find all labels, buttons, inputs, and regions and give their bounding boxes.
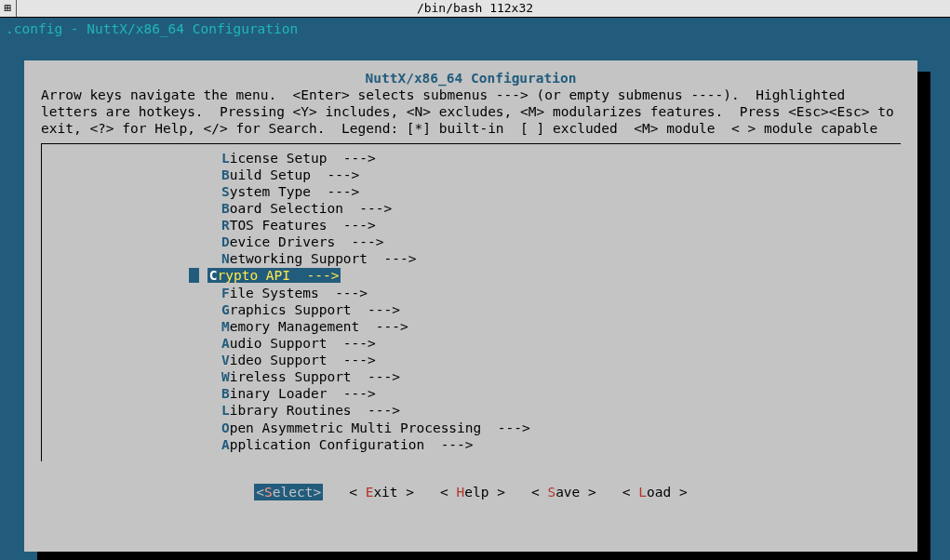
menu-item-binary[interactable]: Binary Loader ---> [189,385,901,402]
menu-item-networking[interactable]: Networking Support ---> [189,250,901,267]
window-title: /bin/bash 112x32 [0,1,950,16]
menu-item-system[interactable]: System Type ---> [189,183,901,200]
button-select[interactable]: <Select> [254,484,323,500]
menu-item-application[interactable]: Application Configuration ---> [189,436,901,453]
background-title: .config - NuttX/x86_64 Configuration [6,20,298,37]
menu-item-graphics[interactable]: Graphics Support ---> [189,301,901,318]
button-save[interactable]: < Save > [531,484,596,500]
window-titlebar: ⊞ /bin/bash 112x32 [0,0,950,18]
menu-item-crypto[interactable]: Crypto API ---> [189,267,341,284]
button-row: <Select>< Exit >< Help >< Save >< Load > [41,484,901,500]
button-load[interactable]: < Load > [622,484,688,500]
menu-item-build[interactable]: Build Setup ---> [189,167,901,183]
terminal-area: .config - NuttX/x86_64 Configuration Nut… [0,18,950,560]
menu-frame: License Setup ---> Build Setup ---> Syst… [41,143,901,461]
menu-item-device[interactable]: Device Drivers ---> [189,233,901,250]
dialog-help-text: Arrow keys navigate the menu. <Enter> se… [41,87,901,137]
menu-item-rtos[interactable]: RTOS Features ---> [189,217,901,233]
menu-item-file[interactable]: File Systems ---> [189,285,901,301]
config-dialog: NuttX/x86_64 Configuration Arrow keys na… [24,60,917,552]
menu-item-library[interactable]: Library Routines ---> [189,402,901,419]
menu-item-wireless[interactable]: Wireless Support ---> [189,368,901,385]
menu-item-audio[interactable]: Audio Support ---> [189,335,901,352]
button-exit[interactable]: < Exit > [349,484,414,500]
menu-item-memory[interactable]: Memory Management ---> [189,318,901,335]
menu-item-video[interactable]: Video Support ---> [189,352,901,368]
menu-item-board[interactable]: Board Selection ---> [189,200,901,217]
menu-item-open[interactable]: Open Asymmetric Multi Processing ---> [189,420,901,436]
menu-item-license[interactable]: License Setup ---> [189,150,901,167]
dialog-title: NuttX/x86_64 Configuration [41,70,901,87]
window-menu-icon[interactable]: ⊞ [0,0,17,17]
button-help[interactable]: < Help > [440,484,505,500]
menu-list[interactable]: License Setup ---> Build Setup ---> Syst… [42,150,901,453]
